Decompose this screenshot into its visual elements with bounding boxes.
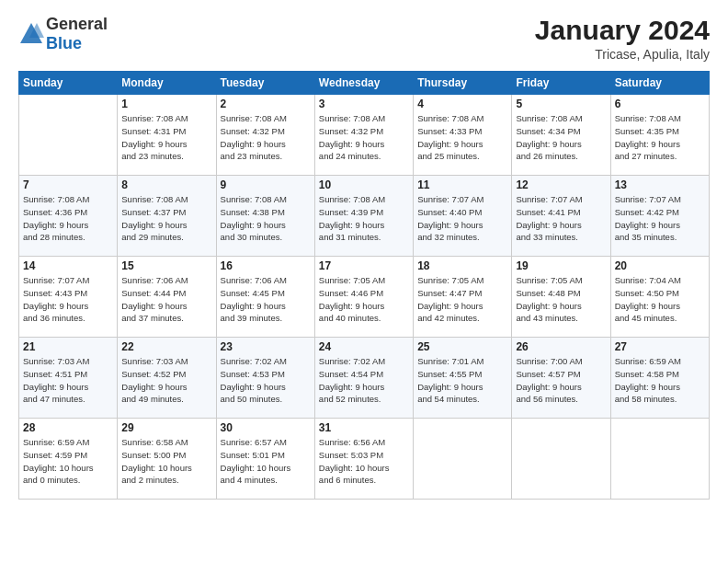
calendar-cell: 13Sunrise: 7:07 AM Sunset: 4:42 PM Dayli… bbox=[610, 176, 709, 257]
calendar-cell: 12Sunrise: 7:07 AM Sunset: 4:41 PM Dayli… bbox=[512, 176, 610, 257]
calendar-cell: 3Sunrise: 7:08 AM Sunset: 4:32 PM Daylig… bbox=[314, 95, 413, 176]
calendar-cell: 15Sunrise: 7:06 AM Sunset: 4:44 PM Dayli… bbox=[118, 257, 216, 338]
title-block: January 2024 Tricase, Apulia, Italy bbox=[535, 15, 710, 62]
day-number: 20 bbox=[615, 259, 705, 272]
day-number: 13 bbox=[615, 178, 705, 191]
calendar-cell: 5Sunrise: 7:08 AM Sunset: 4:34 PM Daylig… bbox=[512, 95, 610, 176]
weekday-header-thursday: Thursday bbox=[414, 72, 512, 95]
calendar-cell: 9Sunrise: 7:08 AM Sunset: 4:38 PM Daylig… bbox=[216, 176, 314, 257]
day-number: 18 bbox=[417, 259, 507, 272]
header: General Blue January 2024 Tricase, Apuli… bbox=[18, 15, 710, 62]
calendar-cell: 19Sunrise: 7:05 AM Sunset: 4:48 PM Dayli… bbox=[512, 257, 610, 338]
calendar-cell: 29Sunrise: 6:58 AM Sunset: 5:00 PM Dayli… bbox=[118, 419, 216, 500]
day-number: 19 bbox=[516, 259, 606, 272]
logo: General Blue bbox=[18, 15, 108, 53]
day-number: 15 bbox=[121, 259, 211, 272]
day-number: 25 bbox=[417, 340, 507, 353]
calendar-table: SundayMondayTuesdayWednesdayThursdayFrid… bbox=[18, 71, 710, 500]
day-detail: Sunrise: 7:04 AM Sunset: 4:50 PM Dayligh… bbox=[615, 274, 705, 325]
calendar-cell: 21Sunrise: 7:03 AM Sunset: 4:51 PM Dayli… bbox=[19, 338, 118, 419]
day-detail: Sunrise: 7:03 AM Sunset: 4:52 PM Dayligh… bbox=[121, 355, 211, 406]
day-detail: Sunrise: 7:07 AM Sunset: 4:42 PM Dayligh… bbox=[615, 193, 705, 244]
calendar-cell: 8Sunrise: 7:08 AM Sunset: 4:37 PM Daylig… bbox=[118, 176, 216, 257]
weekday-header-tuesday: Tuesday bbox=[216, 72, 314, 95]
calendar-week-row: 1Sunrise: 7:08 AM Sunset: 4:31 PM Daylig… bbox=[19, 95, 710, 176]
day-detail: Sunrise: 6:59 AM Sunset: 4:59 PM Dayligh… bbox=[23, 436, 113, 487]
day-number: 1 bbox=[121, 98, 211, 110]
day-number: 9 bbox=[221, 178, 311, 191]
day-number: 6 bbox=[615, 98, 705, 110]
calendar-cell: 23Sunrise: 7:02 AM Sunset: 4:53 PM Dayli… bbox=[216, 338, 314, 419]
day-number: 31 bbox=[319, 421, 409, 434]
day-number: 8 bbox=[121, 178, 211, 191]
day-detail: Sunrise: 6:57 AM Sunset: 5:01 PM Dayligh… bbox=[221, 436, 311, 487]
calendar-cell: 7Sunrise: 7:08 AM Sunset: 4:36 PM Daylig… bbox=[19, 176, 118, 257]
day-detail: Sunrise: 7:06 AM Sunset: 4:45 PM Dayligh… bbox=[221, 274, 311, 325]
weekday-header-saturday: Saturday bbox=[610, 72, 709, 95]
calendar-header: SundayMondayTuesdayWednesdayThursdayFrid… bbox=[19, 72, 710, 95]
calendar-body: 1Sunrise: 7:08 AM Sunset: 4:31 PM Daylig… bbox=[19, 95, 710, 500]
sub-title: Tricase, Apulia, Italy bbox=[535, 47, 710, 62]
calendar-cell: 1Sunrise: 7:08 AM Sunset: 4:31 PM Daylig… bbox=[118, 95, 216, 176]
day-detail: Sunrise: 7:08 AM Sunset: 4:35 PM Dayligh… bbox=[615, 112, 705, 163]
logo-icon bbox=[18, 21, 44, 47]
day-number: 27 bbox=[615, 340, 705, 353]
calendar-week-row: 14Sunrise: 7:07 AM Sunset: 4:43 PM Dayli… bbox=[19, 257, 710, 338]
day-detail: Sunrise: 7:07 AM Sunset: 4:43 PM Dayligh… bbox=[23, 274, 113, 325]
calendar-cell bbox=[414, 419, 512, 500]
day-number: 5 bbox=[516, 98, 606, 110]
calendar-cell: 20Sunrise: 7:04 AM Sunset: 4:50 PM Dayli… bbox=[610, 257, 709, 338]
day-number: 28 bbox=[23, 421, 113, 434]
calendar-cell: 25Sunrise: 7:01 AM Sunset: 4:55 PM Dayli… bbox=[414, 338, 512, 419]
logo-text: General Blue bbox=[46, 15, 108, 53]
day-number: 30 bbox=[221, 421, 311, 434]
day-number: 17 bbox=[319, 259, 409, 272]
day-detail: Sunrise: 7:08 AM Sunset: 4:31 PM Dayligh… bbox=[121, 112, 211, 163]
calendar-cell: 4Sunrise: 7:08 AM Sunset: 4:33 PM Daylig… bbox=[414, 95, 512, 176]
day-detail: Sunrise: 7:02 AM Sunset: 4:53 PM Dayligh… bbox=[221, 355, 311, 406]
day-number: 23 bbox=[221, 340, 311, 353]
day-number: 24 bbox=[319, 340, 409, 353]
calendar-week-row: 28Sunrise: 6:59 AM Sunset: 4:59 PM Dayli… bbox=[19, 419, 710, 500]
day-number: 12 bbox=[516, 178, 606, 191]
day-detail: Sunrise: 7:08 AM Sunset: 4:39 PM Dayligh… bbox=[319, 193, 409, 244]
day-number: 22 bbox=[121, 340, 211, 353]
calendar-cell bbox=[19, 95, 118, 176]
day-number: 21 bbox=[23, 340, 113, 353]
calendar-cell: 28Sunrise: 6:59 AM Sunset: 4:59 PM Dayli… bbox=[19, 419, 118, 500]
page: General Blue January 2024 Tricase, Apuli… bbox=[0, 0, 728, 563]
day-number: 2 bbox=[221, 98, 311, 110]
day-detail: Sunrise: 7:07 AM Sunset: 4:41 PM Dayligh… bbox=[516, 193, 606, 244]
day-number: 4 bbox=[417, 98, 507, 110]
weekday-header-row: SundayMondayTuesdayWednesdayThursdayFrid… bbox=[19, 72, 710, 95]
day-detail: Sunrise: 7:03 AM Sunset: 4:51 PM Dayligh… bbox=[23, 355, 113, 406]
main-title: January 2024 bbox=[535, 15, 710, 45]
calendar-cell: 17Sunrise: 7:05 AM Sunset: 4:46 PM Dayli… bbox=[314, 257, 413, 338]
logo-general-label: General bbox=[46, 15, 108, 34]
day-number: 11 bbox=[417, 178, 507, 191]
calendar-cell: 14Sunrise: 7:07 AM Sunset: 4:43 PM Dayli… bbox=[19, 257, 118, 338]
calendar-cell: 6Sunrise: 7:08 AM Sunset: 4:35 PM Daylig… bbox=[610, 95, 709, 176]
day-detail: Sunrise: 7:07 AM Sunset: 4:40 PM Dayligh… bbox=[417, 193, 507, 244]
day-detail: Sunrise: 7:08 AM Sunset: 4:33 PM Dayligh… bbox=[417, 112, 507, 163]
calendar-cell: 22Sunrise: 7:03 AM Sunset: 4:52 PM Dayli… bbox=[118, 338, 216, 419]
day-detail: Sunrise: 7:05 AM Sunset: 4:47 PM Dayligh… bbox=[417, 274, 507, 325]
day-number: 26 bbox=[516, 340, 606, 353]
calendar-week-row: 7Sunrise: 7:08 AM Sunset: 4:36 PM Daylig… bbox=[19, 176, 710, 257]
calendar-cell: 10Sunrise: 7:08 AM Sunset: 4:39 PM Dayli… bbox=[314, 176, 413, 257]
calendar-cell: 27Sunrise: 6:59 AM Sunset: 4:58 PM Dayli… bbox=[610, 338, 709, 419]
calendar-week-row: 21Sunrise: 7:03 AM Sunset: 4:51 PM Dayli… bbox=[19, 338, 710, 419]
day-detail: Sunrise: 7:05 AM Sunset: 4:46 PM Dayligh… bbox=[319, 274, 409, 325]
day-detail: Sunrise: 7:06 AM Sunset: 4:44 PM Dayligh… bbox=[121, 274, 211, 325]
day-detail: Sunrise: 6:58 AM Sunset: 5:00 PM Dayligh… bbox=[121, 436, 211, 487]
day-detail: Sunrise: 7:08 AM Sunset: 4:37 PM Dayligh… bbox=[121, 193, 211, 244]
weekday-header-friday: Friday bbox=[512, 72, 610, 95]
calendar-cell: 30Sunrise: 6:57 AM Sunset: 5:01 PM Dayli… bbox=[216, 419, 314, 500]
day-detail: Sunrise: 7:08 AM Sunset: 4:36 PM Dayligh… bbox=[23, 193, 113, 244]
day-detail: Sunrise: 7:01 AM Sunset: 4:55 PM Dayligh… bbox=[417, 355, 507, 406]
day-number: 7 bbox=[23, 178, 113, 191]
calendar-cell: 2Sunrise: 7:08 AM Sunset: 4:32 PM Daylig… bbox=[216, 95, 314, 176]
calendar-cell: 26Sunrise: 7:00 AM Sunset: 4:57 PM Dayli… bbox=[512, 338, 610, 419]
weekday-header-sunday: Sunday bbox=[19, 72, 118, 95]
day-detail: Sunrise: 7:08 AM Sunset: 4:38 PM Dayligh… bbox=[221, 193, 311, 244]
